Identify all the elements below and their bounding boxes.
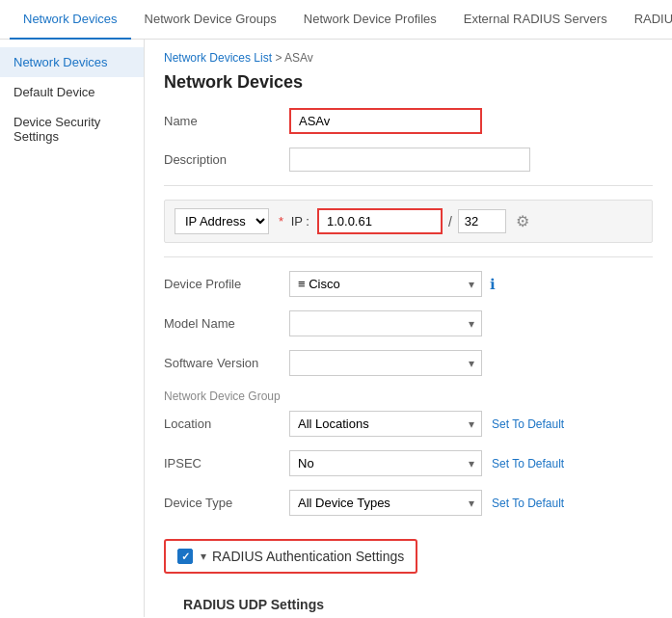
ip-slash: / [448,214,452,229]
ip-address-row: IP Address * IP : / ⚙ [164,200,653,243]
location-set-to-default[interactable]: Set To Default [492,417,564,431]
tab-radius-server-sequences[interactable]: RADIUS Server Sequences [621,0,672,40]
main-layout: Network Devices Default Device Device Se… [0,40,672,617]
sidebar-item-device-security-settings[interactable]: Device Security Settings [0,107,144,151]
description-label: Description [164,152,289,167]
breadcrumb-separator: > [275,51,284,65]
software-version-label: Software Version [164,356,289,370]
software-version-select[interactable] [289,350,482,376]
breadcrumb-current: ASAv [284,51,313,65]
tab-network-device-profiles[interactable]: Network Device Profiles [290,0,450,40]
location-select-wrapper: All Locations [289,411,482,437]
tab-network-device-groups[interactable]: Network Device Groups [131,0,290,40]
device-type-select-wrapper: All Device Types [289,490,482,516]
device-type-set-to-default[interactable]: Set To Default [492,497,564,510]
device-type-label: Device Type [164,496,289,510]
device-profile-row: Device Profile ≡ Cisco ℹ [164,271,653,297]
info-icon[interactable]: ℹ [490,276,496,293]
ip-label: * IP : [279,214,309,228]
device-profile-select-wrapper: ≡ Cisco [289,271,482,297]
ndg-group-label: Network Device Group [164,390,653,403]
model-name-select[interactable] [289,310,482,336]
ip-required-star: * [279,214,283,228]
device-type-row: Device Type All Device Types Set To Defa… [164,490,653,516]
top-navigation: Network Devices Network Device Groups Ne… [0,0,672,40]
tab-external-radius-servers[interactable]: External RADIUS Servers [450,0,621,40]
ipsec-set-to-default[interactable]: Set To Default [492,457,564,470]
radius-udp-section: RADIUS UDP Settings Protocol RADIUS Shar… [183,597,653,617]
main-content: Network Devices List > ASAv Network Devi… [145,40,672,617]
radius-checkbox[interactable] [177,549,193,564]
description-field-row: Description [164,148,653,172]
divider-2 [164,256,653,257]
sidebar-item-default-device[interactable]: Default Device [0,77,144,107]
name-input[interactable] [289,108,482,134]
ipsec-select-wrapper: No [289,450,482,476]
gear-icon[interactable]: ⚙ [516,212,529,230]
device-profile-select[interactable]: ≡ Cisco [289,271,482,297]
ip-type-select[interactable]: IP Address [175,208,269,234]
ip-input[interactable] [317,208,443,234]
breadcrumb-link[interactable]: Network Devices List [164,51,272,65]
divider-1 [164,185,653,186]
device-profile-label: Device Profile [164,277,289,291]
name-label: Name [164,114,289,128]
location-select[interactable]: All Locations [289,411,482,437]
model-name-select-wrapper [289,310,482,336]
model-name-label: Model Name [164,316,289,331]
ipsec-select[interactable]: No [289,450,482,476]
name-field-row: Name [164,108,653,134]
radius-auth-section-title: RADIUS Authentication Settings [212,549,404,564]
udp-settings-title: RADIUS UDP Settings [183,597,653,612]
sidebar-item-network-devices[interactable]: Network Devices [0,47,144,77]
ip-prefix-input[interactable] [458,209,506,233]
tab-network-devices[interactable]: Network Devices [10,0,131,40]
sidebar: Network Devices Default Device Device Se… [0,40,145,617]
location-row: Location All Locations Set To Default [164,411,653,437]
radius-auth-section-header[interactable]: ▾ RADIUS Authentication Settings [164,539,417,574]
device-type-select[interactable]: All Device Types [289,490,482,516]
ipsec-label: IPSEC [164,456,289,470]
chevron-down-icon: ▾ [201,550,206,563]
breadcrumb: Network Devices List > ASAv [164,51,653,65]
description-input[interactable] [289,148,530,172]
model-name-row: Model Name [164,310,653,336]
software-version-select-wrapper [289,350,482,376]
page-title: Network Devices [164,72,653,93]
radius-auth-section-container: ▾ RADIUS Authentication Settings [164,529,653,587]
location-label: Location [164,416,289,431]
ipsec-row: IPSEC No Set To Default [164,450,653,476]
software-version-row: Software Version [164,350,653,376]
